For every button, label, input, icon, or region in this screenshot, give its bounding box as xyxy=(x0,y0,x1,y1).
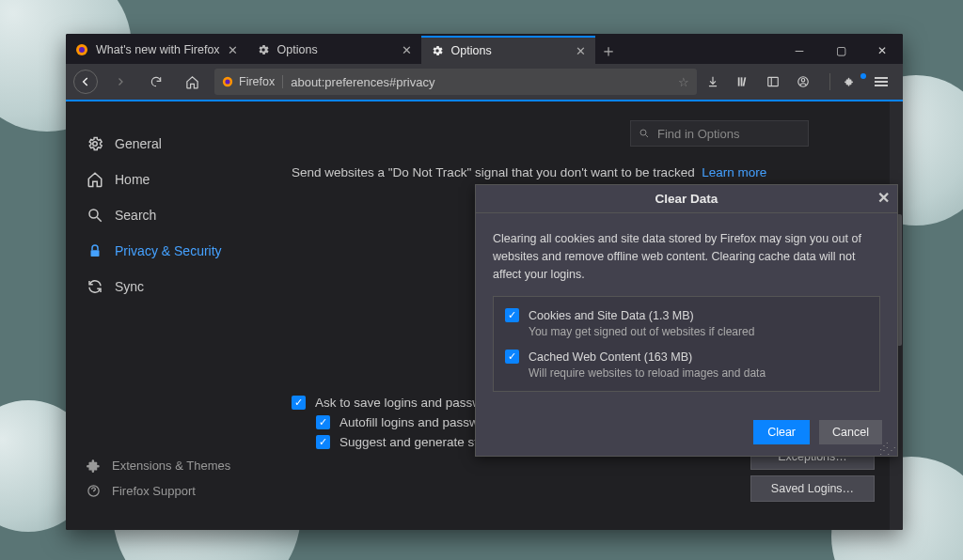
sidebar-item-label: Search xyxy=(115,208,156,223)
clear-button[interactable]: Clear xyxy=(753,420,810,444)
dialog-description: Clearing all cookies and site data store… xyxy=(493,230,880,283)
close-icon[interactable]: ✕ xyxy=(402,43,412,57)
cancel-button[interactable]: Cancel xyxy=(819,420,882,444)
sidebar-item-search[interactable]: Search xyxy=(87,197,263,233)
checkbox-icon: ✓ xyxy=(505,308,519,322)
tab-options-1[interactable]: Options ✕ xyxy=(247,36,421,64)
sidebar-item-label: Firefox Support xyxy=(112,484,196,498)
library-icon[interactable] xyxy=(736,75,757,88)
checkbox-icon: ✓ xyxy=(316,435,330,449)
close-icon[interactable]: ✕ xyxy=(228,43,238,57)
url-field[interactable]: Firefox about:preferences#privacy ☆ xyxy=(214,69,697,95)
sidebar-icon[interactable] xyxy=(766,75,787,88)
cache-option[interactable]: ✓ Cached Web Content (163 MB) Will requi… xyxy=(505,350,868,380)
dnt-text: Send websites a "Do Not Track" signal th… xyxy=(292,165,875,179)
svg-point-13 xyxy=(93,142,98,147)
home-icon xyxy=(87,171,103,188)
tab-label: Options xyxy=(277,43,318,56)
close-icon[interactable]: ✕ xyxy=(576,44,586,58)
gear-icon xyxy=(431,44,444,57)
bookmark-star-icon[interactable]: ☆ xyxy=(678,75,689,89)
account-icon[interactable] xyxy=(797,75,817,88)
tab-label: Options xyxy=(451,44,492,57)
new-tab-button[interactable]: ＋ xyxy=(595,38,622,64)
home-button[interactable] xyxy=(179,69,205,95)
saved-logins-button[interactable]: Saved Logins… xyxy=(750,475,875,502)
sidebar-item-label: Home xyxy=(115,172,150,187)
browser-window: What's new with Firefox ✕ Options ✕ Opti… xyxy=(66,34,903,530)
sidebar-item-label: Sync xyxy=(115,279,144,294)
sidebar-item-extensions[interactable]: Extensions & Themes xyxy=(87,453,230,478)
tab-bar: What's new with Firefox ✕ Options ✕ Opti… xyxy=(66,34,903,64)
sidebar: General Home Search Privacy & Security S… xyxy=(66,100,263,530)
tab-options-2[interactable]: Options ✕ xyxy=(421,36,595,64)
identity-box[interactable]: Firefox xyxy=(222,75,283,88)
sidebar-item-support[interactable]: Firefox Support xyxy=(87,478,230,504)
downloads-icon[interactable] xyxy=(706,75,727,88)
svg-rect-4 xyxy=(738,77,740,86)
back-button[interactable] xyxy=(73,70,98,94)
resize-grip-icon[interactable]: ⋰⋰⋰ xyxy=(879,443,894,453)
learn-more-link[interactable]: Learn more xyxy=(702,165,766,179)
help-icon xyxy=(87,484,101,498)
minimize-button[interactable]: ─ xyxy=(779,38,820,64)
lock-icon xyxy=(87,242,103,259)
close-window-button[interactable]: ✕ xyxy=(861,38,903,64)
menu-button[interactable] xyxy=(875,77,895,86)
navigation-bar: Firefox about:preferences#privacy ☆ xyxy=(66,64,903,100)
reload-button[interactable] xyxy=(143,69,169,95)
svg-point-3 xyxy=(225,79,229,84)
firefox-icon xyxy=(222,76,233,87)
sidebar-item-label: General xyxy=(115,136,162,151)
sidebar-item-general[interactable]: General xyxy=(87,126,263,162)
tab-label: What's new with Firefox xyxy=(96,43,220,56)
checkbox-icon: ✓ xyxy=(505,350,519,364)
checkbox-icon: ✓ xyxy=(292,396,306,410)
firefox-icon xyxy=(75,43,88,56)
gear-icon xyxy=(257,43,270,56)
gear-icon xyxy=(87,135,103,152)
svg-rect-16 xyxy=(91,250,100,257)
forward-button[interactable] xyxy=(107,69,134,95)
checkbox-icon: ✓ xyxy=(316,415,330,429)
cookies-option[interactable]: ✓ Cookies and Site Data (1.3 MB) You may… xyxy=(505,308,868,338)
sync-icon xyxy=(87,278,103,295)
maximize-button[interactable]: ▢ xyxy=(820,38,861,64)
sidebar-item-home[interactable]: Home xyxy=(87,162,263,197)
sidebar-item-privacy[interactable]: Privacy & Security xyxy=(87,233,263,269)
sidebar-item-label: Privacy & Security xyxy=(115,243,222,258)
svg-point-1 xyxy=(79,47,85,53)
url-text: about:preferences#privacy xyxy=(291,75,434,89)
sidebar-item-sync[interactable]: Sync xyxy=(87,269,263,304)
extension-icon[interactable] xyxy=(843,75,863,88)
svg-point-10 xyxy=(801,79,805,83)
puzzle-icon xyxy=(87,459,101,473)
clear-data-dialog: Clear Data ✕ Clearing all cookies and si… xyxy=(475,184,898,457)
tab-whats-new[interactable]: What's new with Firefox ✕ xyxy=(66,36,247,64)
dialog-title: Clear Data ✕ xyxy=(476,185,897,213)
svg-point-14 xyxy=(89,210,98,218)
svg-rect-5 xyxy=(741,77,743,86)
close-icon[interactable]: ✕ xyxy=(877,189,890,207)
search-icon xyxy=(87,207,103,224)
svg-rect-7 xyxy=(768,77,779,86)
sidebar-item-label: Extensions & Themes xyxy=(112,459,230,473)
svg-rect-6 xyxy=(743,77,747,86)
svg-line-15 xyxy=(97,217,102,222)
toolbar-icons xyxy=(706,73,895,90)
